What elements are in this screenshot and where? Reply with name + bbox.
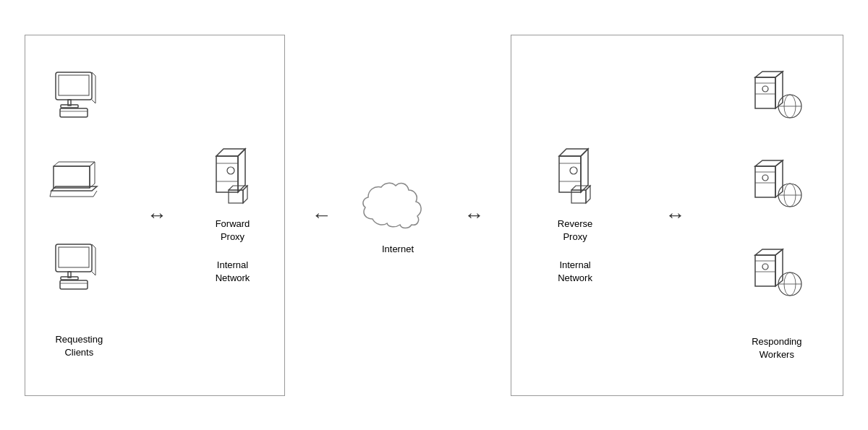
- arrow-clients-to-proxy: ↔: [147, 204, 167, 227]
- svg-line-13: [50, 191, 51, 197]
- svg-line-24: [92, 272, 95, 275]
- svg-line-8: [92, 100, 95, 103]
- svg-marker-11: [90, 162, 95, 188]
- requesting-clients-label: Requesting Clients: [55, 333, 103, 359]
- reverse-proxy-label: Reverse Proxy: [558, 218, 592, 244]
- arrow-internet-to-reverse-proxy: ↔: [464, 204, 484, 227]
- svg-marker-61: [755, 255, 775, 286]
- svg-point-28: [227, 167, 234, 174]
- svg-rect-3: [61, 105, 78, 108]
- internal-network-right-label: Internal Network: [558, 259, 592, 285]
- svg-marker-33: [243, 186, 247, 203]
- svg-rect-1: [59, 75, 89, 95]
- svg-rect-19: [61, 277, 78, 280]
- forward-proxy-label: Forward Proxy: [216, 218, 250, 244]
- worker-server-2: [748, 158, 806, 214]
- svg-marker-43: [755, 77, 775, 108]
- right-network-box: Reverse Proxy Internal Network ↔: [511, 35, 843, 396]
- arrow-proxy-to-internet: ←: [312, 204, 332, 227]
- main-diagram: Requesting Clients ↔ Forward Proxy: [14, 13, 854, 418]
- workers-column: Responding Workers: [748, 59, 806, 370]
- svg-point-48: [762, 86, 768, 92]
- svg-marker-10: [54, 162, 95, 166]
- svg-marker-34: [559, 156, 581, 192]
- desktop-icon-2: [50, 243, 108, 296]
- svg-line-15: [93, 191, 97, 197]
- svg-marker-9: [54, 166, 90, 188]
- internet-section: Internet: [358, 176, 438, 254]
- svg-point-37: [570, 167, 577, 174]
- worker-server-1: [748, 69, 806, 125]
- svg-point-57: [762, 175, 768, 181]
- svg-rect-17: [59, 247, 89, 267]
- responding-workers-label: Responding Workers: [752, 335, 801, 361]
- internal-network-left-label: Internal Network: [216, 259, 250, 285]
- internet-label: Internet: [382, 244, 414, 254]
- laptop-icon: [50, 160, 108, 206]
- reverse-proxy-column: Reverse Proxy Internal Network: [548, 145, 603, 285]
- svg-point-66: [762, 264, 768, 270]
- svg-marker-25: [216, 156, 238, 192]
- clients-column: Requesting Clients: [50, 59, 108, 370]
- arrow-reverse-proxy-to-workers: ↔: [665, 204, 685, 227]
- svg-marker-42: [586, 186, 590, 203]
- svg-rect-4: [60, 108, 88, 117]
- svg-rect-20: [60, 280, 88, 289]
- forward-proxy-column: Forward Proxy Internal Network: [205, 145, 260, 285]
- desktop-icon-1: [50, 71, 108, 124]
- worker-server-3: [748, 246, 806, 303]
- left-network-box: Requesting Clients ↔ Forward Proxy: [25, 35, 285, 396]
- svg-marker-52: [755, 166, 775, 197]
